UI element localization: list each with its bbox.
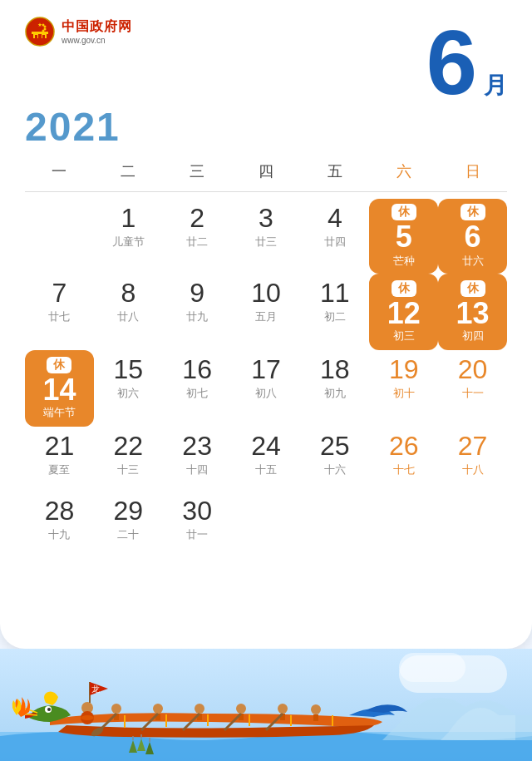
day-7: 7 廿七 — [25, 274, 94, 350]
day-4: 4 廿四 — [300, 199, 369, 274]
svg-rect-4 — [35, 35, 37, 38]
svg-rect-5 — [42, 35, 45, 38]
day-lunar: 五月 — [255, 309, 277, 324]
day-6: 休 6 廿六 — [438, 199, 507, 274]
day-number: 15 — [113, 355, 143, 384]
day-3: 3 廿三 — [232, 199, 301, 274]
day-lunar: 十五 — [255, 462, 277, 477]
svg-point-20 — [47, 708, 51, 711]
day-lunar: 廿三 — [255, 235, 277, 250]
day-number: 30 — [182, 497, 212, 526]
national-emblem-icon — [25, 17, 55, 47]
day-21: 21 夏至 — [25, 427, 94, 492]
weekday-thu: 四 — [232, 158, 301, 185]
day-number: 27 — [458, 432, 488, 461]
day-lunar: 十四 — [186, 462, 208, 477]
day-empty-3 — [300, 492, 369, 556]
svg-point-31 — [278, 704, 288, 714]
day-number: 16 — [182, 355, 212, 384]
day-13: 休 13 初四 — [438, 274, 507, 350]
svg-point-33 — [311, 704, 321, 714]
weekday-mon: 一 — [25, 158, 94, 185]
day-lunar: 初六 — [117, 386, 139, 401]
svg-point-11 — [42, 30, 45, 32]
svg-point-38 — [81, 715, 94, 720]
svg-point-29 — [236, 704, 246, 714]
day-empty-2 — [232, 492, 301, 556]
day-number: 10 — [251, 279, 281, 308]
day-lunar: 十六 — [324, 462, 346, 477]
weekdays-header: 一 二 三 四 五 六 日 — [25, 158, 507, 192]
day-number: 29 — [113, 497, 143, 526]
day-number: 4 — [328, 204, 342, 233]
day-number: 26 — [389, 432, 419, 461]
calendar-container: 中国政府网 www.gov.cn 6 月 2021 一 二 三 四 五 六 日 … — [0, 0, 532, 649]
day-empty-4 — [369, 492, 438, 556]
day-27: 27 十八 — [438, 427, 507, 492]
day-12: 休 12 初三 — [369, 274, 438, 350]
day-number: 28 — [45, 497, 75, 526]
day-24: 24 十五 — [232, 427, 301, 492]
day-lunar: 十三 — [117, 462, 139, 477]
day-lunar: 十一 — [462, 386, 484, 401]
svg-point-9 — [44, 26, 47, 28]
day-lunar: 十九 — [48, 527, 70, 542]
day-number: 24 — [251, 432, 281, 461]
day-26: 26 十七 — [369, 427, 438, 492]
day-lunar: 初七 — [186, 386, 208, 401]
day-number: 23 — [182, 432, 212, 461]
month-number: 6 — [426, 17, 477, 108]
day-lunar: 初九 — [324, 386, 346, 401]
day-11: 11 初二 — [300, 274, 369, 350]
day-2: 2 廿二 — [163, 199, 232, 274]
day-lunar: 廿九 — [186, 309, 208, 324]
day-23: 23 十四 — [163, 427, 232, 492]
day-number: 2 — [190, 204, 204, 233]
day-lunar: 廿一 — [186, 527, 208, 542]
day-lunar: 廿八 — [117, 309, 139, 324]
day-number: 11 — [320, 279, 350, 308]
svg-point-27 — [195, 704, 204, 714]
bottom-decoration: 龙 — [0, 649, 532, 761]
day-lunar: 儿童节 — [112, 235, 145, 250]
day-lunar: 十七 — [393, 462, 415, 477]
logo-subtitle: www.gov.cn — [62, 36, 132, 45]
day-lunar: 廿二 — [186, 235, 208, 250]
day-25: 25 十六 — [300, 427, 369, 492]
day-number: 21 — [45, 432, 75, 461]
day-lunar: 夏至 — [48, 462, 70, 477]
day-lunar: 廿七 — [48, 309, 70, 324]
weekday-wed: 三 — [163, 158, 232, 185]
day-18: 18 初九 — [300, 350, 369, 427]
day-22: 22 十三 — [94, 427, 163, 492]
day-8: 8 廿八 — [94, 274, 163, 350]
day-number: 22 — [113, 432, 143, 461]
day-lunar: 初八 — [255, 386, 277, 401]
weekday-fri: 五 — [300, 158, 369, 185]
day-17: 17 初八 — [232, 350, 301, 427]
day-number: 25 — [320, 432, 350, 461]
svg-rect-3 — [32, 32, 48, 34]
day-number: 3 — [259, 204, 273, 233]
day-19: 19 初十 — [369, 350, 438, 427]
weekday-sat: 六 — [369, 158, 438, 185]
day-lunar: 廿四 — [324, 235, 346, 250]
logo-area: 中国政府网 www.gov.cn — [25, 17, 132, 47]
calendar-grid: 1 儿童节 2 廿二 3 廿三 4 廿四 休 5 芒种 休 6 廿六 7 — [25, 199, 507, 556]
day-number: 8 — [121, 279, 135, 308]
day-number: 17 — [251, 355, 281, 384]
day-29: 29 二十 — [94, 492, 163, 556]
day-15: 15 初六 — [94, 350, 163, 427]
day-number: 19 — [389, 355, 419, 384]
day-empty-5 — [438, 492, 507, 556]
month-yue: 月 — [484, 70, 507, 101]
weekday-tue: 二 — [94, 158, 163, 185]
logo-text: 中国政府网 www.gov.cn — [62, 18, 132, 45]
day-5: 休 5 芒种 — [369, 199, 438, 274]
weekday-sun: 日 — [438, 158, 507, 185]
month-display: 6 月 — [426, 17, 507, 108]
day-1: 1 儿童节 — [94, 199, 163, 274]
svg-rect-34 — [313, 714, 318, 721]
day-number: 7 — [52, 279, 67, 308]
logo-title: 中国政府网 — [62, 18, 132, 36]
